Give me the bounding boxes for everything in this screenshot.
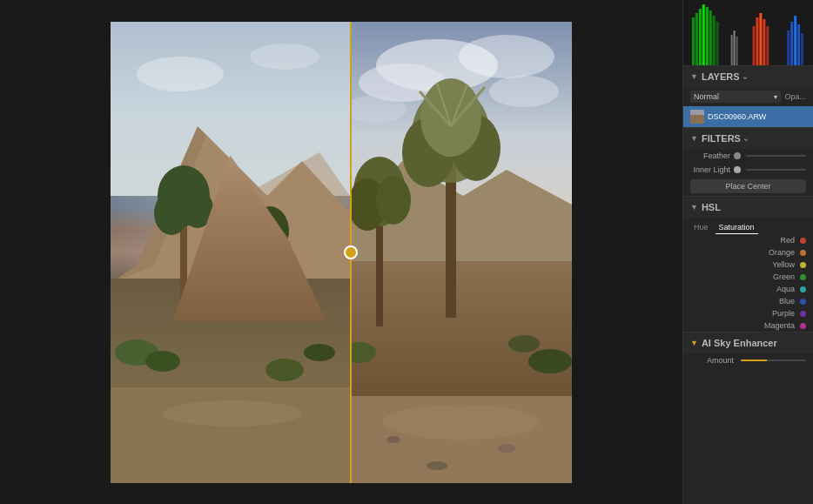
svg-rect-54: [713, 16, 716, 65]
svg-rect-70: [690, 110, 704, 115]
svg-point-41: [528, 349, 572, 373]
svg-point-2: [250, 44, 319, 70]
filters-section-header[interactable]: ▼ FILTERS ⌄: [683, 127, 813, 149]
hsl-tab-saturation[interactable]: Saturation: [716, 221, 758, 234]
hsl-magenta-row: Magenta: [683, 319, 813, 332]
hsl-purple-dot[interactable]: [800, 311, 806, 317]
histogram: [683, 0, 813, 65]
svg-point-15: [251, 206, 289, 255]
svg-rect-65: [801, 33, 803, 65]
feather-label: Feather: [690, 151, 734, 160]
ai-sky-arrow-icon: ▼: [690, 339, 698, 347]
feather-row: Feather: [683, 149, 813, 163]
hsl-red-row: Red: [683, 234, 813, 246]
hsl-aqua-dot[interactable]: [800, 286, 806, 292]
inner-light-dot[interactable]: [734, 166, 741, 173]
split-divider[interactable]: [350, 22, 352, 483]
svg-rect-52: [706, 7, 709, 65]
svg-rect-14: [267, 231, 272, 309]
blend-mode-selector[interactable]: Normal ▾: [690, 91, 781, 103]
feather-track[interactable]: [746, 155, 806, 157]
hsl-tabs: Hue Saturation: [683, 218, 813, 234]
layers-controls: Normal ▾ Opa...: [683, 87, 813, 106]
svg-point-13: [182, 190, 213, 228]
ai-amount-track[interactable]: [741, 360, 806, 361]
svg-point-1: [137, 57, 224, 91]
svg-rect-57: [756, 17, 758, 65]
filters-chevron-icon: ⌄: [742, 134, 749, 143]
svg-rect-56: [752, 26, 755, 65]
hsl-green-row: Green: [683, 271, 813, 283]
svg-point-7: [145, 351, 180, 372]
ai-amount-label: Amount: [690, 356, 737, 365]
hsl-yellow-label: Yellow: [690, 260, 800, 269]
svg-rect-64: [797, 24, 800, 65]
hsl-blue-dot[interactable]: [800, 299, 806, 305]
place-center-button[interactable]: Place Center: [690, 179, 806, 193]
ai-sky-label: AI Sky Enhancer: [702, 338, 777, 348]
svg-rect-59: [763, 19, 765, 65]
hsl-arrow-icon: ▼: [690, 203, 698, 212]
sidebar: ▼ LAYERS ⌄ Normal ▾ Opa... DSC00960.ARW …: [682, 0, 813, 504]
svg-rect-67: [734, 30, 736, 65]
svg-point-44: [386, 436, 400, 443]
svg-point-46: [427, 461, 447, 470]
hsl-aqua-row: Aqua: [683, 283, 813, 295]
svg-rect-53: [709, 10, 712, 65]
hsl-orange-dot[interactable]: [800, 250, 806, 256]
hsl-green-dot[interactable]: [800, 274, 806, 280]
hsl-purple-label: Purple: [690, 309, 800, 318]
layers-arrow-icon: ▼: [690, 72, 698, 81]
svg-rect-49: [695, 13, 698, 65]
photo-before: [111, 22, 350, 483]
svg-point-22: [489, 76, 559, 107]
svg-point-45: [498, 444, 515, 453]
photo-container: [111, 22, 572, 483]
svg-rect-68: [736, 37, 738, 65]
ai-sky-header[interactable]: ▼ AI Sky Enhancer: [683, 332, 813, 353]
photo-after: [350, 22, 572, 483]
hsl-blue-row: Blue: [683, 295, 813, 307]
svg-rect-63: [794, 16, 796, 65]
hsl-magenta-label: Magenta: [690, 321, 800, 330]
layer-name: DSC00960.ARW: [708, 112, 806, 121]
svg-rect-51: [702, 4, 705, 65]
hsl-tab-hue[interactable]: Hue: [690, 221, 712, 234]
hsl-label: HSL: [702, 202, 721, 212]
svg-point-43: [383, 405, 540, 440]
layer-thumbnail: [690, 110, 704, 124]
layers-chevron-icon: ⌄: [742, 72, 749, 81]
hsl-green-label: Green: [690, 272, 800, 281]
layers-section-header[interactable]: ▼ LAYERS ⌄: [683, 65, 813, 87]
svg-point-8: [265, 359, 304, 381]
svg-rect-58: [759, 13, 762, 65]
divider-handle[interactable]: [344, 245, 358, 259]
hsl-section-header[interactable]: ▼ HSL: [683, 196, 813, 218]
opacity-label: Opa...: [784, 92, 806, 101]
ai-amount-row: Amount: [683, 353, 813, 367]
svg-point-38: [376, 176, 411, 225]
svg-point-21: [459, 35, 554, 78]
hsl-magenta-dot[interactable]: [800, 323, 806, 329]
feather-dot[interactable]: [734, 152, 741, 159]
hsl-yellow-row: Yellow: [683, 259, 813, 271]
layer-item[interactable]: DSC00960.ARW: [683, 106, 813, 127]
svg-rect-66: [731, 35, 733, 65]
hsl-blue-label: Blue: [690, 297, 800, 306]
svg-rect-55: [716, 22, 719, 65]
hsl-yellow-dot[interactable]: [800, 262, 806, 268]
svg-point-17: [163, 400, 302, 427]
layers-label: LAYERS: [702, 71, 740, 82]
inner-light-track[interactable]: [746, 169, 806, 171]
filters-label: FILTERS: [702, 133, 741, 144]
hsl-aqua-label: Aqua: [690, 285, 800, 293]
hsl-red-dot[interactable]: [800, 238, 806, 244]
hsl-orange-label: Orange: [690, 248, 800, 257]
hsl-orange-row: Orange: [683, 246, 813, 259]
svg-rect-61: [787, 30, 789, 65]
hsl-purple-row: Purple: [683, 307, 813, 319]
canvas-area: [0, 0, 682, 504]
svg-rect-60: [766, 26, 769, 65]
inner-light-row: Inner Light: [683, 163, 813, 177]
svg-rect-50: [699, 9, 702, 65]
